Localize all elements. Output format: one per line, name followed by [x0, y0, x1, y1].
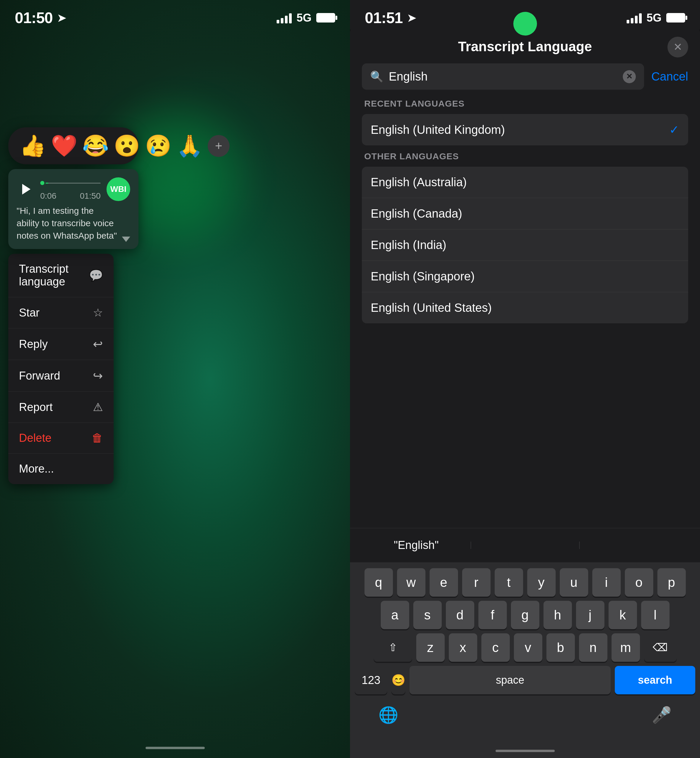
signal-bars: [277, 12, 292, 23]
close-sheet-button[interactable]: ✕: [667, 37, 688, 58]
menu-label-transcript: Transcript language: [19, 263, 89, 288]
key-d[interactable]: d: [446, 601, 474, 629]
home-indicator-right: [495, 750, 555, 752]
space-key[interactable]: space: [409, 666, 611, 694]
key-v[interactable]: v: [514, 633, 542, 662]
time-elapsed: 0:06: [40, 191, 56, 201]
close-icon: ✕: [673, 42, 682, 52]
search-input[interactable]: English: [389, 70, 617, 83]
right-time: 01:51: [365, 9, 403, 27]
key-p[interactable]: p: [658, 568, 686, 597]
search-container: 🔍 English ✕ Cancel: [350, 63, 700, 99]
menu-item-more[interactable]: More...: [8, 454, 114, 484]
key-r[interactable]: r: [462, 568, 491, 597]
menu-item-star[interactable]: Star ☆: [8, 297, 114, 328]
location-icon: ➤: [57, 11, 67, 25]
num-key[interactable]: 123: [355, 666, 387, 694]
menu-item-report[interactable]: Report ⚠: [8, 392, 114, 423]
autocomplete-english[interactable]: "English": [362, 534, 471, 556]
key-m[interactable]: m: [611, 633, 640, 662]
lang-label-australia: English (Australia): [371, 175, 467, 189]
shift-key[interactable]: ⇧: [373, 633, 412, 662]
star-icon: ☆: [93, 306, 103, 319]
autocomplete-text: "English": [394, 539, 439, 551]
key-g[interactable]: g: [511, 601, 539, 629]
keyboard-row-3: ⇧ z x c v b n m ⌫: [355, 633, 695, 662]
key-h[interactable]: h: [544, 601, 572, 629]
key-l[interactable]: l: [641, 601, 670, 629]
other-languages-section: OTHER LANGUAGES English (Australia) Engl…: [350, 151, 700, 329]
emoji-key[interactable]: 😊: [391, 666, 405, 694]
avatar-wbi: WBI: [106, 177, 130, 201]
lang-label-canada: English (Canada): [371, 207, 462, 220]
menu-item-reply[interactable]: Reply ↩: [8, 328, 114, 360]
lang-item-singapore[interactable]: English (Singapore): [362, 261, 688, 292]
menu-item-transcript-language[interactable]: Transcript language 💬: [8, 254, 114, 297]
key-w[interactable]: w: [397, 568, 425, 597]
report-icon: ⚠: [93, 401, 103, 413]
battery-right: 100: [666, 13, 685, 22]
key-o[interactable]: o: [625, 568, 653, 597]
lang-item-india[interactable]: English (India): [362, 229, 688, 261]
autocomplete-right[interactable]: [579, 541, 688, 550]
lang-label-us: English (United States): [371, 301, 492, 315]
key-a[interactable]: a: [381, 601, 409, 629]
globe-icon[interactable]: 🌐: [378, 706, 398, 724]
avatar-top: [513, 12, 537, 36]
network-left: 5G: [297, 11, 311, 24]
key-b[interactable]: b: [547, 633, 575, 662]
keyboard: q w e r t y u i o p a s d f g h j k: [350, 562, 700, 748]
lang-item-australia[interactable]: English (Australia): [362, 167, 688, 198]
mic-icon[interactable]: 🎤: [652, 706, 672, 724]
recent-languages-section: RECENT LANGUAGES English (United Kingdom…: [350, 99, 700, 151]
menu-label-delete: Delete: [19, 432, 52, 445]
lang-label-india: English (India): [371, 238, 447, 252]
other-header: OTHER LANGUAGES: [362, 151, 688, 167]
emoji-wow[interactable]: 😮: [111, 133, 142, 158]
home-indicator-area: [350, 748, 700, 758]
time-total: 01:50: [80, 191, 101, 201]
key-k[interactable]: k: [609, 601, 637, 629]
keyboard-row-4: 123 😊 space search: [355, 666, 695, 694]
reply-icon: ↩: [93, 337, 103, 351]
emoji-pray[interactable]: 🙏: [174, 133, 205, 158]
menu-item-delete[interactable]: Delete 🗑: [8, 423, 114, 454]
key-z[interactable]: z: [416, 633, 445, 662]
lang-label-uk: English (United Kingdom): [371, 123, 505, 136]
menu-label-report: Report: [19, 401, 53, 413]
key-q[interactable]: q: [364, 568, 393, 597]
key-j[interactable]: j: [576, 601, 605, 629]
autocomplete-mid[interactable]: [471, 541, 580, 550]
emoji-heart[interactable]: ❤️: [48, 133, 80, 158]
lang-item-us[interactable]: English (United States): [362, 292, 688, 323]
search-key[interactable]: search: [615, 666, 695, 694]
key-n[interactable]: n: [579, 633, 608, 662]
emoji-cry[interactable]: 😢: [142, 133, 174, 158]
lang-item-canada[interactable]: English (Canada): [362, 198, 688, 229]
key-f[interactable]: f: [478, 601, 507, 629]
lang-item-uk[interactable]: English (United Kingdom) ✓: [362, 114, 688, 146]
cancel-button[interactable]: Cancel: [651, 70, 688, 83]
recent-lang-list: English (United Kingdom) ✓: [362, 114, 688, 146]
play-triangle-icon: [22, 184, 30, 194]
context-menu: Transcript language 💬 Star ☆ Reply ↩ For…: [8, 254, 114, 484]
emoji-more-button[interactable]: +: [208, 135, 230, 157]
play-button[interactable]: [17, 180, 34, 198]
key-s[interactable]: s: [413, 601, 442, 629]
menu-item-forward[interactable]: Forward ↪: [8, 360, 114, 392]
search-field[interactable]: 🔍 English ✕: [362, 63, 644, 90]
emoji-laugh[interactable]: 😂: [80, 133, 111, 158]
search-clear-button[interactable]: ✕: [623, 70, 636, 83]
key-x[interactable]: x: [449, 633, 477, 662]
key-u[interactable]: u: [560, 568, 588, 597]
left-time: 01:50: [15, 9, 53, 27]
key-i[interactable]: i: [592, 568, 621, 597]
emoji-thumbsup[interactable]: 👍: [17, 133, 48, 158]
delete-key[interactable]: ⌫: [644, 633, 677, 662]
left-panel: 01:50 ➤ 5G 100 👍 ❤️ 😂 😮 😢 🙏 +: [0, 0, 350, 758]
search-icon: 🔍: [370, 70, 383, 83]
key-e[interactable]: e: [430, 568, 458, 597]
key-y[interactable]: y: [527, 568, 556, 597]
key-t[interactable]: t: [495, 568, 523, 597]
key-c[interactable]: c: [481, 633, 510, 662]
